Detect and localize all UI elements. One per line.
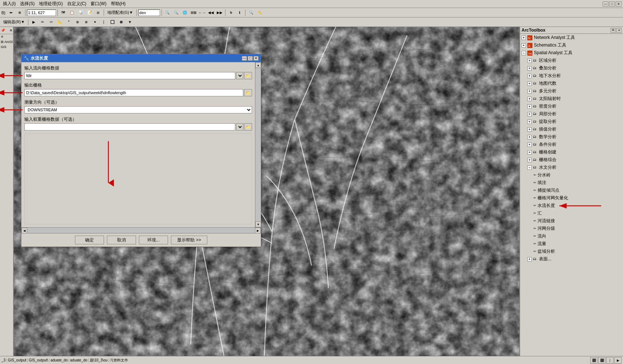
edit-btn-9[interactable]: |	[100, 19, 108, 26]
globe-btn[interactable]: 🌐	[181, 9, 189, 16]
toolbar-btn-3[interactable]: 🗺	[59, 9, 67, 16]
toolbox-item-multivariate[interactable]: + 🗂 多元分析	[520, 87, 623, 95]
edit-btn-12[interactable]: ▼	[126, 19, 134, 26]
editor-label[interactable]: 编辑器(R)▼	[1, 18, 27, 26]
info-btn[interactable]: ℹ	[236, 9, 244, 16]
toolbar-btn-4[interactable]: 📋	[68, 9, 76, 16]
zoom-out-btn[interactable]: 🔍	[172, 9, 180, 16]
edit-btn-11[interactable]: 🔳	[117, 19, 125, 26]
toolbox-item-mapvalue[interactable]: + 🗂 地图代数	[520, 80, 623, 87]
toolbox-item-hydrology[interactable]: − 🗂 水文分析	[520, 164, 623, 171]
bottom-btn-2[interactable]: ⬛	[598, 357, 606, 364]
toolbox-item-raster-creation[interactable]: + 🗂 栅格创建	[520, 148, 623, 156]
weight-dropdown[interactable]	[236, 123, 243, 131]
output-raster-field[interactable]	[24, 89, 243, 96]
btn-env[interactable]: 环境...	[139, 236, 168, 244]
edit-btn-10[interactable]: 🔲	[108, 19, 116, 26]
toolbox-item-stream-to-feature[interactable]: ✒ 栅格河网矢量化	[520, 194, 623, 202]
toolbox-restore-btn[interactable]: ⧉	[611, 28, 616, 33]
edit-btn-5[interactable]: *	[65, 19, 73, 26]
toolbox-item-flow-acc[interactable]: ✒ 流量	[520, 240, 623, 248]
zoom-in-btn[interactable]: 🔍	[163, 9, 171, 16]
bottom-btn-4[interactable]: ▶	[614, 357, 622, 364]
toolbox-item-extraction[interactable]: + 🗂 提取分析	[520, 118, 623, 125]
select-btn[interactable]: ⊞⊠	[189, 9, 197, 16]
toolbox-item-conditional[interactable]: + 🗂 条件分析	[520, 141, 623, 148]
forward-btn[interactable]: ▶▶	[216, 9, 224, 16]
input-flow-browse-btn[interactable]: 📁	[244, 72, 252, 79]
btn-ok[interactable]: 确定	[75, 236, 104, 244]
toolbox-item-zonal[interactable]: + 🗂 区域分析	[520, 57, 623, 64]
scrollbar-down-btn[interactable]: ▼	[255, 221, 261, 227]
dialog-close-btn[interactable]: ✕	[253, 56, 259, 61]
edit-btn-6[interactable]: ⊕	[73, 19, 81, 26]
edit-btn-3[interactable]: ✂	[47, 19, 55, 26]
measure-btn[interactable]: 📏	[256, 9, 264, 16]
close-btn[interactable]: ✕	[616, 1, 622, 7]
toolbox-item-stream-order[interactable]: ✒ 河网分级	[520, 225, 623, 232]
geoprocessing-label[interactable]: 地理配准(G)▼	[105, 9, 135, 16]
weight-browse-btn[interactable]: 📁	[244, 123, 252, 131]
menu-item-help[interactable]: 帮助(H)	[109, 0, 127, 8]
toolbox-item-surface[interactable]: + 🗂 表面...	[520, 255, 623, 263]
menu-item-insert[interactable]: 插入(I)	[1, 0, 17, 8]
toolbox-item-sink[interactable]: ✒ 捕捉倾泻点	[520, 187, 623, 194]
identify-btn[interactable]: 🖱	[227, 9, 235, 16]
input-flow-field[interactable]	[24, 72, 235, 79]
dialog-maximize-btn[interactable]: □	[248, 56, 253, 61]
menu-item-geoprocessing[interactable]: 地理处理(G)	[37, 0, 64, 8]
weight-field[interactable]	[24, 123, 235, 131]
scrollbar-up-btn[interactable]: ▲	[255, 62, 261, 68]
edit-btn-4[interactable]: 📐	[56, 19, 64, 26]
btn-help[interactable]: 显示帮助 >>	[171, 236, 207, 244]
edit-btn-2[interactable]: ✏	[39, 19, 47, 26]
input-flow-dropdown[interactable]	[236, 72, 243, 79]
toolbar-btn-7[interactable]: ⊞	[94, 9, 102, 16]
toolbox-item-watershed[interactable]: ✒ 分水岭	[520, 171, 623, 179]
edit-btn-1[interactable]: ▶	[30, 19, 38, 26]
toolbar-btn-1[interactable]: ⬅	[7, 9, 15, 16]
bottom-btn-3[interactable]: |	[606, 357, 614, 364]
bottom-btn-1[interactable]: ⬛	[590, 357, 598, 364]
toolbox-item-stream-link[interactable]: ✒ 河流链接	[520, 217, 623, 225]
btn-cancel[interactable]: 取消	[107, 236, 136, 244]
toolbox-item-schematics[interactable]: + S Schematics 工具	[520, 41, 623, 49]
direction-select[interactable]: DOWNSTREAM UPSTREAM	[24, 106, 252, 113]
toolbox-item-flow-dir[interactable]: ✒ 流向	[520, 232, 623, 240]
toolbox-close-btn[interactable]: ✕	[616, 28, 622, 33]
edit-btn-7[interactable]: ⊗	[82, 19, 90, 26]
toolbox-item-spatial-analyst[interactable]: − SA Spatial Analyst 工具	[520, 49, 623, 57]
maximize-btn[interactable]: □	[609, 1, 615, 7]
toc-pin[interactable]: 📌	[1, 28, 5, 32]
scrollbar-left-btn[interactable]: ◀	[21, 228, 27, 233]
toolbox-item-generalization[interactable]: + 🗂 栅格综合	[520, 156, 623, 164]
toolbox-item-density[interactable]: + 🗂 密度分析	[520, 103, 623, 110]
toolbar-btn-2[interactable]: ⊕	[16, 9, 24, 16]
field-input[interactable]: den	[138, 9, 160, 16]
menu-item-select[interactable]: 选择(S)	[19, 0, 36, 8]
toolbox-item-network-analyst[interactable]: + N Network Analyst 工具	[520, 34, 623, 41]
toolbox-item-math[interactable]: + 🗂 数学分析	[520, 133, 623, 141]
toolbox-item-solar[interactable]: + 🗂 太阳辐射时	[520, 95, 623, 103]
toc-close[interactable]: ✕	[9, 28, 12, 32]
scale-input[interactable]: 1:11, 627	[27, 9, 56, 16]
toolbox-item-fill[interactable]: ✒ 填洼	[520, 179, 623, 187]
dialog-minimize-btn[interactable]: —	[242, 56, 247, 61]
toolbox-item-local[interactable]: + 🗂 局部分析	[520, 110, 623, 118]
left-item-3[interactable]: GIS	[0, 44, 13, 49]
menu-item-customize[interactable]: 自定义(C)	[66, 0, 88, 8]
toolbox-item-interpolation[interactable]: + 🗂 插值分析	[520, 125, 623, 133]
toolbox-item-basin[interactable]: ✒ 盆域分析	[520, 248, 623, 255]
menu-item-window[interactable]: 窗口(W)	[89, 0, 108, 8]
toolbar-btn-5[interactable]: 📊	[77, 9, 85, 16]
toolbar-btn-6[interactable]: 📝	[85, 9, 93, 16]
toolbox-item-flow-length[interactable]: ✒ 水流长度	[520, 202, 623, 209]
edit-btn-8[interactable]: ✦	[91, 19, 99, 26]
toolbox-item-confluence[interactable]: ✒ 汇	[520, 209, 623, 217]
output-raster-browse-btn[interactable]: 📁	[244, 89, 252, 96]
left-item-2[interactable]: ⊞ ArcGIS	[0, 39, 13, 44]
search-btn[interactable]: 🔍	[247, 9, 255, 16]
minimize-btn[interactable]: —	[603, 1, 608, 7]
back-btn[interactable]: ◀◀	[207, 9, 215, 16]
toolbox-item-groundwater[interactable]: + 🗂 地下水分析	[520, 72, 623, 80]
